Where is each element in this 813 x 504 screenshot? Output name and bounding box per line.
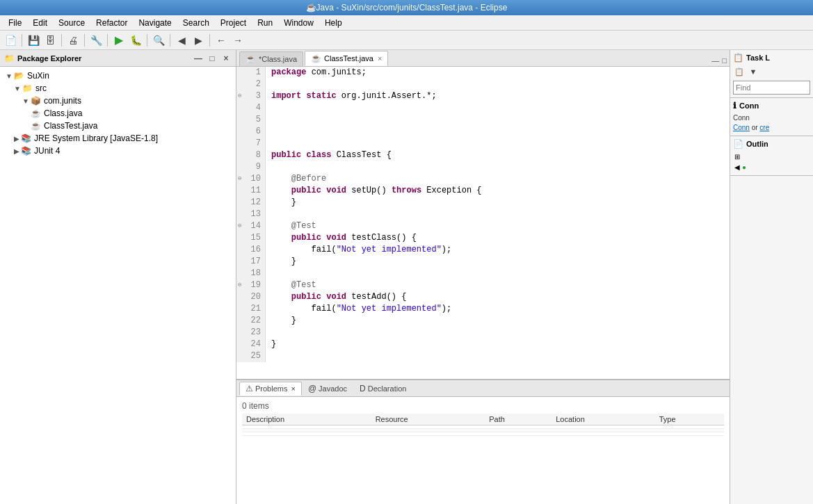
line-num-23: 23	[236, 327, 265, 339]
fold-btn-19[interactable]: ⊖	[238, 279, 241, 291]
refactor-button[interactable]: 🔧	[88, 33, 104, 48]
items-count: 0 items	[242, 400, 724, 414]
conn-section: ℹ Conn Conn Conn or cre	[730, 98, 813, 136]
menu-help[interactable]: Help	[319, 17, 348, 29]
tab-declaration-label: Declaration	[368, 384, 407, 393]
code-line-13	[271, 209, 724, 220]
tab-classjava[interactable]: ☕ *Class.java	[239, 51, 303, 66]
fold-btn-3[interactable]: ⊖	[238, 90, 241, 102]
tab-problems-close[interactable]: ×	[291, 384, 295, 393]
menu-edit[interactable]: Edit	[27, 17, 53, 29]
code-line-12: }	[271, 197, 724, 209]
line-num-12: 12	[236, 197, 265, 209]
code-line-9	[271, 161, 724, 173]
tab-classtest-label: ClassTest.java	[324, 54, 373, 63]
line-num-13: 13	[236, 209, 265, 220]
line-num-19: ⊖19	[236, 279, 265, 291]
tree-label-comjunits: com.junits	[44, 96, 81, 106]
new-button[interactable]: 📄	[3, 33, 18, 48]
back-button[interactable]: ←	[214, 33, 229, 48]
task-list-btn[interactable]: 📋	[733, 65, 746, 78]
tree-item-suxin[interactable]: ▼ 📂 SuXin	[0, 70, 236, 82]
tab-javadoc[interactable]: @ Javadoc	[302, 382, 353, 396]
maximize-panel-button[interactable]: □	[207, 53, 218, 64]
outline-section: 📄 Outlin ⊞ ◀ ●	[730, 136, 813, 176]
conn-link1[interactable]: Conn	[733, 124, 750, 131]
next-annotation[interactable]: ▶	[191, 33, 206, 48]
tab-window-buttons: — □	[711, 56, 730, 66]
menu-source[interactable]: Source	[53, 17, 90, 29]
code-lines[interactable]: package com.junits; import static org.ju…	[266, 67, 730, 362]
menu-run[interactable]: Run	[252, 17, 278, 29]
prev-annotation[interactable]: ◀	[174, 33, 189, 48]
conn-link2[interactable]: cre	[759, 124, 769, 131]
package-explorer-icon: 📁	[4, 54, 15, 63]
line-num-2: 2	[236, 79, 265, 90]
bottom-tabs: ⚠ Problems × @ Javadoc D Declaration	[236, 380, 730, 397]
tab-declaration[interactable]: D Declaration	[353, 382, 412, 396]
tree-item-junit[interactable]: ▶ 📚 JUnit 4	[0, 145, 236, 157]
tab-problems[interactable]: ⚠ Problems ×	[239, 382, 302, 396]
print-button[interactable]: 🖨	[65, 33, 81, 48]
outline-header: 📄 Outlin	[733, 139, 810, 149]
save-all-button[interactable]: 🗄	[42, 33, 58, 48]
tree-arrow-junit: ▶	[14, 147, 19, 155]
code-line-14: @Test	[271, 220, 724, 232]
code-line-17: }	[271, 256, 724, 268]
code-line-6	[271, 126, 724, 138]
menu-refactor[interactable]: Refactor	[90, 17, 133, 29]
tree-label-junit: JUnit 4	[34, 146, 60, 156]
tree-item-src[interactable]: ▼ 📁 src	[0, 82, 236, 95]
tab-classtestjava[interactable]: ☕ ClassTest.java ×	[305, 51, 388, 66]
run-button[interactable]: ▶	[111, 33, 127, 48]
line-num-17: 17	[236, 256, 265, 268]
code-line-11: public void setUp() throws Exception {	[271, 185, 724, 197]
fold-btn-14[interactable]: ⊖	[238, 220, 241, 232]
tab-problems-label: Problems	[255, 384, 287, 393]
outline-label: Outlin	[746, 140, 768, 148]
col-location: Location	[552, 414, 654, 425]
find-input[interactable]	[733, 81, 810, 95]
code-line-20: public void testAdd() {	[271, 291, 724, 303]
menu-project[interactable]: Project	[215, 17, 252, 29]
code-line-22: }	[271, 315, 724, 327]
tree-item-jre[interactable]: ▶ 📚 JRE System Library [JavaSE-1.8]	[0, 132, 236, 145]
tab-classtest-icon: ☕	[311, 54, 321, 63]
task-list-btn2[interactable]: ▼	[747, 65, 759, 78]
tree-item-comjunits[interactable]: ▼ 📦 com.junits	[0, 95, 236, 107]
minimize-panel-button[interactable]: —	[193, 53, 204, 64]
title-bar-icon: ☕	[306, 3, 316, 13]
conn-header: ℹ Conn	[733, 101, 810, 111]
col-description: Description	[242, 414, 371, 425]
code-line-23	[271, 327, 724, 339]
outline-item-2[interactable]: ◀ ●	[733, 162, 810, 172]
col-resource: Resource	[371, 414, 485, 425]
editor-maximize-button[interactable]: □	[722, 56, 727, 65]
code-line-4	[271, 102, 724, 114]
title-bar: ☕ Java - SuXin/src/com/junits/ClassTest.…	[0, 0, 813, 15]
editor-minimize-button[interactable]: —	[711, 56, 719, 65]
tree-item-classjava[interactable]: ☕ Class.java	[0, 107, 236, 120]
search-button[interactable]: 🔍	[151, 33, 166, 48]
code-editor[interactable]: 1 2 ⊖3 4 5 6 7 8 9 ⊖10 11 12 13 ⊖14	[236, 67, 730, 379]
outline-item-1[interactable]: ⊞	[733, 152, 810, 162]
tab-javadoc-label: Javadoc	[319, 384, 347, 393]
menu-file[interactable]: File	[3, 17, 27, 29]
fold-btn-10[interactable]: ⊖	[238, 173, 241, 185]
line-num-9: 9	[236, 161, 265, 173]
tab-close-button[interactable]: ×	[378, 54, 382, 63]
tree-label-classjava: Class.java	[44, 108, 82, 118]
save-button[interactable]: 💾	[26, 33, 41, 48]
code-line-5	[271, 114, 724, 126]
menu-navigate[interactable]: Navigate	[133, 17, 177, 29]
title-bar-text: Java - SuXin/src/com/junits/ClassTest.ja…	[316, 3, 508, 13]
debug-button[interactable]: 🐛	[128, 33, 143, 48]
menu-search[interactable]: Search	[177, 17, 215, 29]
forward-button[interactable]: →	[230, 33, 245, 48]
line-num-7: 7	[236, 138, 265, 149]
menu-window[interactable]: Window	[278, 17, 319, 29]
line-num-5: 5	[236, 114, 265, 126]
close-panel-button[interactable]: ×	[220, 53, 232, 64]
tree-arrow-jre: ▶	[14, 135, 19, 143]
tree-item-classtestjava[interactable]: ☕ ClassTest.java	[0, 120, 236, 132]
